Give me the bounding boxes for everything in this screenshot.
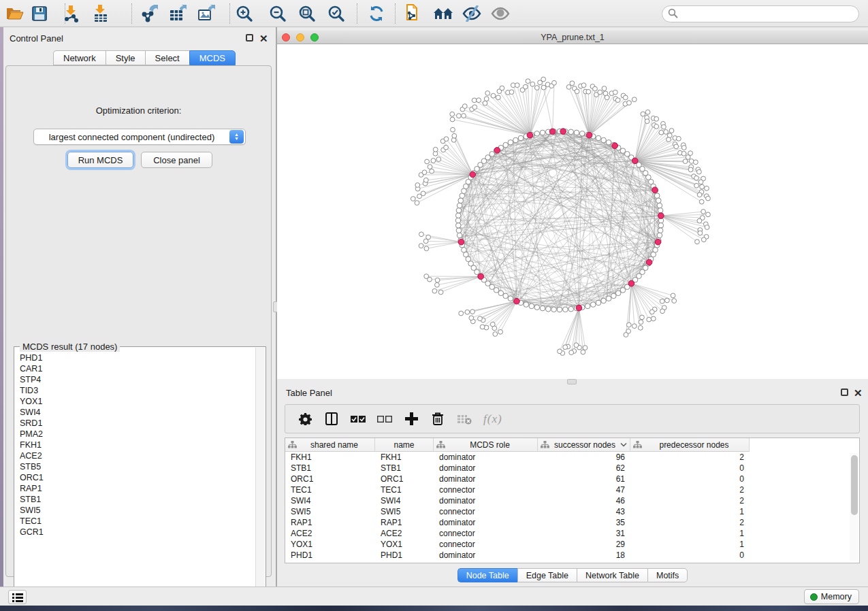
float-table-panel-icon[interactable] bbox=[841, 389, 848, 396]
mcds-result-item[interactable]: PMA2 bbox=[15, 429, 256, 440]
mcds-result-item[interactable]: STP4 bbox=[15, 374, 256, 385]
column-header-MCDS-role[interactable]: MCDS role bbox=[434, 438, 538, 452]
home-networks-icon[interactable] bbox=[432, 3, 455, 24]
tab-network-table[interactable]: Network Table bbox=[577, 568, 647, 582]
table-cell[interactable]: 0 bbox=[630, 463, 750, 474]
mcds-result-item[interactable]: GCR1 bbox=[15, 527, 256, 538]
select-all-rows-icon[interactable] bbox=[351, 412, 366, 427]
import-network-icon[interactable] bbox=[60, 3, 83, 24]
close-panel-icon[interactable]: ✕ bbox=[259, 35, 268, 42]
table-cell[interactable]: SWI5 bbox=[375, 506, 434, 517]
zoom-fit-icon[interactable] bbox=[295, 3, 319, 24]
mcds-result-item[interactable]: FKH1 bbox=[15, 440, 256, 450]
table-cell[interactable]: 35 bbox=[538, 517, 630, 528]
zoom-in-icon[interactable] bbox=[233, 3, 256, 24]
column-header-name[interactable]: name bbox=[375, 438, 434, 452]
close-table-panel-icon[interactable]: ✕ bbox=[854, 389, 863, 397]
run-mcds-button[interactable]: Run MCDS bbox=[67, 152, 133, 168]
table-cell[interactable]: 29 bbox=[538, 539, 630, 550]
table-cell[interactable]: 31 bbox=[538, 528, 630, 539]
import-table-icon[interactable] bbox=[89, 3, 112, 24]
table-cell[interactable]: YOX1 bbox=[375, 539, 434, 550]
hide-graphics-details-icon[interactable] bbox=[460, 3, 483, 24]
tab-style[interactable]: Style bbox=[106, 50, 145, 65]
toggle-columns-icon[interactable] bbox=[324, 412, 339, 427]
table-cell[interactable]: 47 bbox=[538, 484, 630, 495]
table-cell[interactable]: 0 bbox=[630, 474, 750, 484]
table-cell[interactable]: FKH1 bbox=[375, 452, 434, 463]
node-table[interactable]: shared namenameMCDS rolesuccessor nodesp… bbox=[285, 437, 860, 563]
table-cell[interactable]: ORC1 bbox=[375, 474, 434, 484]
table-cell[interactable]: 61 bbox=[538, 474, 630, 484]
close-panel-button[interactable]: Close panel bbox=[141, 152, 212, 168]
mcds-list-scrollbar[interactable] bbox=[255, 348, 265, 597]
table-cell[interactable]: SWI4 bbox=[285, 495, 375, 506]
table-cell[interactable]: 43 bbox=[538, 506, 630, 517]
table-row[interactable]: RAP1RAP1dominator352 bbox=[285, 517, 750, 528]
table-row[interactable]: ORC1ORC1dominator610 bbox=[285, 474, 750, 484]
deselect-all-rows-icon[interactable] bbox=[377, 412, 392, 427]
tab-motifs[interactable]: Motifs bbox=[647, 568, 688, 582]
export-image-icon[interactable] bbox=[195, 3, 218, 24]
table-cell[interactable]: 2 bbox=[630, 452, 750, 463]
mcds-result-item[interactable]: TID3 bbox=[15, 385, 256, 396]
table-cell[interactable]: ACE2 bbox=[375, 528, 434, 539]
mcds-result-list[interactable]: PHD1CAR1STP4TID3YOX1SWI4SRD1PMA2FKH1ACE2… bbox=[15, 352, 256, 596]
mcds-result-item[interactable]: ACE2 bbox=[15, 450, 256, 461]
table-cell[interactable]: 0 bbox=[630, 550, 750, 561]
table-cell[interactable]: 1 bbox=[630, 506, 750, 517]
delete-column-icon[interactable] bbox=[430, 412, 445, 427]
tab-network[interactable]: Network bbox=[53, 50, 106, 65]
table-cell[interactable]: connector bbox=[434, 539, 538, 550]
table-row[interactable]: SWI4SWI4dominator462 bbox=[285, 495, 750, 506]
mcds-result-item[interactable]: RAP1 bbox=[15, 483, 256, 494]
refresh-layout-icon[interactable] bbox=[365, 3, 388, 24]
table-cell[interactable]: TEC1 bbox=[375, 484, 434, 495]
network-window-titlebar[interactable]: YPA_prune.txt_1 bbox=[277, 31, 868, 44]
table-cell[interactable]: connector bbox=[434, 528, 538, 539]
table-cell[interactable]: SWI4 bbox=[375, 495, 434, 506]
table-row[interactable]: PHD1PHD1dominator180 bbox=[285, 550, 750, 561]
table-cell[interactable]: TEC1 bbox=[285, 484, 375, 495]
table-scrollbar-thumb[interactable] bbox=[851, 455, 858, 515]
table-cell[interactable]: connector bbox=[434, 506, 538, 517]
tab-node-table[interactable]: Node Table bbox=[457, 568, 517, 582]
table-cell[interactable]: connector bbox=[434, 484, 538, 495]
save-session-icon[interactable] bbox=[28, 3, 51, 24]
mcds-result-item[interactable]: YOX1 bbox=[15, 396, 256, 407]
tab-select[interactable]: Select bbox=[145, 50, 189, 65]
optimization-criterion-select[interactable]: largest connected component (undirected)… bbox=[33, 129, 246, 145]
table-cell[interactable]: 2 bbox=[630, 484, 750, 495]
table-cell[interactable]: 2 bbox=[630, 495, 750, 506]
table-settings-gear-icon[interactable] bbox=[298, 412, 312, 427]
table-cell[interactable]: 62 bbox=[538, 463, 630, 474]
mcds-result-item[interactable]: STB5 bbox=[15, 461, 256, 472]
table-cell[interactable]: PHD1 bbox=[375, 550, 434, 561]
mcds-result-item[interactable]: SWI5 bbox=[15, 505, 256, 516]
table-cell[interactable]: RAP1 bbox=[285, 517, 375, 528]
table-row[interactable]: STB1STB1dominator620 bbox=[285, 463, 750, 474]
table-cell[interactable]: 1 bbox=[630, 539, 750, 550]
table-cell[interactable]: STB1 bbox=[285, 463, 375, 474]
open-recent-session-icon[interactable] bbox=[400, 3, 423, 24]
export-network-icon[interactable] bbox=[138, 3, 161, 24]
table-cell[interactable]: PHD1 bbox=[285, 550, 375, 561]
search-input[interactable] bbox=[662, 5, 859, 22]
open-folder-icon[interactable] bbox=[3, 3, 27, 24]
column-header-shared-name[interactable]: shared name bbox=[285, 438, 375, 452]
float-panel-icon[interactable] bbox=[246, 34, 253, 42]
table-cell[interactable]: YOX1 bbox=[285, 539, 375, 550]
mcds-result-item[interactable]: PHD1 bbox=[15, 352, 256, 363]
table-cell[interactable]: ACE2 bbox=[285, 528, 375, 539]
table-cell[interactable]: 46 bbox=[538, 495, 630, 506]
table-cell[interactable]: dominator bbox=[434, 495, 538, 506]
mcds-result-item[interactable]: ORC1 bbox=[15, 472, 256, 483]
show-graphics-details-icon[interactable] bbox=[489, 3, 512, 24]
table-row[interactable]: YOX1YOX1connector291 bbox=[285, 539, 750, 550]
network-view-canvas[interactable] bbox=[277, 44, 868, 379]
table-cell[interactable]: dominator bbox=[434, 550, 538, 561]
table-cell[interactable]: ORC1 bbox=[285, 474, 375, 484]
table-cell[interactable]: SWI5 bbox=[285, 506, 375, 517]
mcds-result-item[interactable]: SRD1 bbox=[15, 418, 256, 429]
table-cell[interactable]: 18 bbox=[538, 550, 630, 561]
